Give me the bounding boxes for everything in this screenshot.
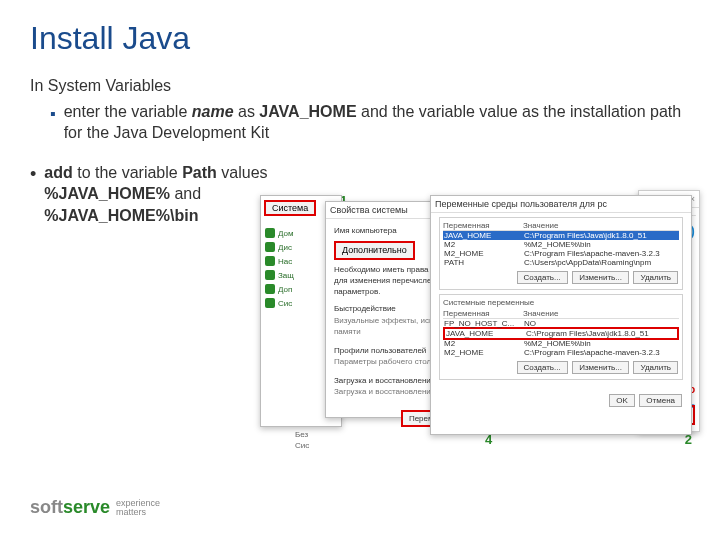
- panel-icon: [265, 228, 275, 238]
- user-var-row[interactable]: JAVA_HOMEC:\Program Files\Java\jdk1.8.0_…: [443, 231, 679, 240]
- user-vars-group: ПеременнаяЗначение JAVA_HOMEC:\Program F…: [439, 217, 683, 290]
- system-var-row[interactable]: M2_HOMEC:\Program Files\apache-maven-3.2…: [443, 348, 679, 357]
- user-var-row[interactable]: M2_HOMEC:\Program Files\apache-maven-3.2…: [443, 249, 679, 258]
- bullet-2: add to the variable Path values %JAVA_HO…: [30, 162, 280, 227]
- window-env-vars: Переменные среды пользователя для pc Пер…: [430, 195, 692, 435]
- system-vars-group: Системные переменные ПеременнаяЗначение …: [439, 294, 683, 380]
- user-var-row[interactable]: M2%M2_HOME%\bin: [443, 240, 679, 249]
- user-var-row[interactable]: PATHC:\Users\pc\AppData\Roaming\npm: [443, 258, 679, 267]
- intro-line: In System Variables: [30, 75, 690, 97]
- slide-title: Install Java: [30, 20, 690, 57]
- cancel-button[interactable]: Отмена: [639, 394, 682, 407]
- delete-button[interactable]: Удалить: [633, 271, 678, 284]
- panel-icon: [265, 270, 275, 280]
- system-var-row[interactable]: M2%M2_HOME%\bin: [443, 339, 679, 348]
- user-vars-header: ПеременнаяЗначение: [443, 221, 679, 231]
- bullet-1: enter the variable name as JAVA_HOME and…: [50, 101, 690, 144]
- system-vars-title: Системные переменные: [443, 298, 679, 307]
- screenshot-composite: × Поиск в п... s 10 novo ю поддержке Изм…: [260, 195, 700, 455]
- env-titlebar: Переменные среды пользователя для pc: [431, 196, 691, 213]
- panel-icon: [265, 256, 275, 266]
- edit-button[interactable]: Изменить...: [572, 271, 629, 284]
- tab-system[interactable]: Система: [264, 200, 316, 216]
- delete-button[interactable]: Удалить: [633, 361, 678, 374]
- system-vars-header: ПеременнаяЗначение: [443, 309, 679, 319]
- panel-icon: [265, 298, 275, 308]
- panel-icon: [265, 242, 275, 252]
- new-button[interactable]: Создать...: [517, 361, 568, 374]
- softserve-logo: softserve experiencematters: [30, 497, 160, 518]
- ok-button[interactable]: OK: [609, 394, 635, 407]
- panel-icon: [265, 284, 275, 294]
- edit-button[interactable]: Изменить...: [572, 361, 629, 374]
- tab-advanced[interactable]: Дополнительно: [334, 241, 415, 260]
- new-button[interactable]: Создать...: [517, 271, 568, 284]
